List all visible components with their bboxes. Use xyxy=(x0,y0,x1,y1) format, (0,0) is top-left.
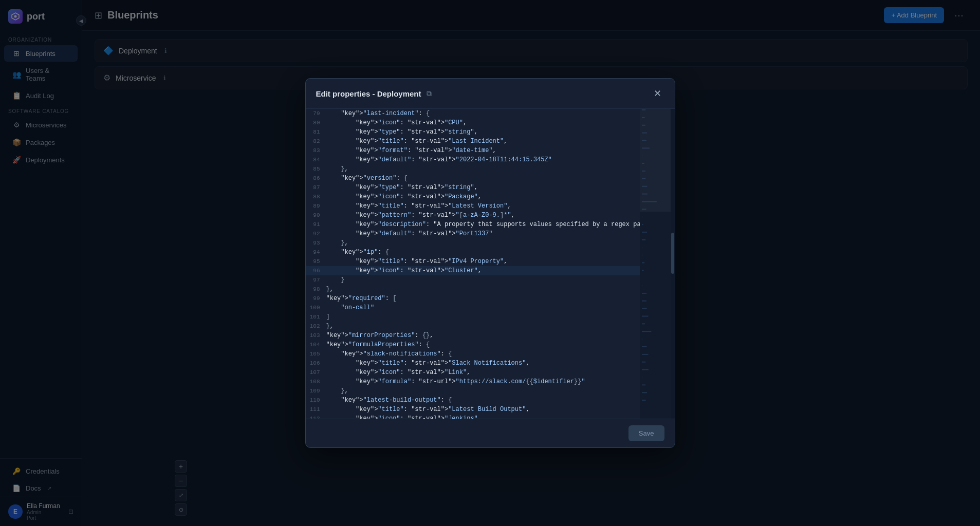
code-line: 82 "key">"title": "str-val">"Last Incide… xyxy=(306,137,640,146)
modal-overlay: Edit properties - Deployment ⧉ ✕ 79 "key… xyxy=(0,0,980,526)
code-line: 103"key">"mirrorProperties": {}, xyxy=(306,331,640,340)
line-number: 104 xyxy=(306,340,326,349)
code-line: 97 } xyxy=(306,275,640,285)
line-number: 95 xyxy=(306,257,326,266)
line-number: 111 xyxy=(306,405,326,414)
code-line: 94 "key">"ip": { xyxy=(306,248,640,257)
line-number: 83 xyxy=(306,146,326,155)
code-line: 105 "key">"slack-notifications": { xyxy=(306,349,640,359)
scroll-track[interactable] xyxy=(671,109,675,419)
line-content: "key">"formulaProperties": { xyxy=(326,340,640,349)
edit-properties-modal: Edit properties - Deployment ⧉ ✕ 79 "key… xyxy=(305,78,675,448)
line-number: 102 xyxy=(306,322,326,331)
line-content: "key">"slack-notifications": { xyxy=(326,349,640,359)
code-line: 87 "key">"type": "str-val">"string", xyxy=(306,183,640,192)
code-line: 104"key">"formulaProperties": { xyxy=(306,340,640,349)
line-content: "key">"type": "str-val">"string", xyxy=(326,127,640,137)
line-content: }, xyxy=(326,238,640,248)
line-content: } xyxy=(326,275,640,285)
code-line: 110 "key">"latest-build-output": { xyxy=(306,396,640,405)
code-line: 80 "key">"icon": "str-val">"CPU", xyxy=(306,118,640,127)
line-content: "key">"default": "str-val">"Port1337" xyxy=(326,229,640,238)
line-content: "key">"ip": { xyxy=(326,248,640,257)
line-content: }, xyxy=(326,322,640,331)
editor-body: 79 "key">"last-incident": {80 "key">"ico… xyxy=(306,109,675,419)
code-editor[interactable]: 79 "key">"last-incident": {80 "key">"ico… xyxy=(306,109,640,419)
line-number: 100 xyxy=(306,303,326,312)
code-line: 109 }, xyxy=(306,386,640,396)
line-content: "key">"icon": "str-val">"Jenkins", xyxy=(326,414,640,419)
modal-footer: Save xyxy=(306,419,675,447)
line-number: 92 xyxy=(306,229,326,238)
line-number: 101 xyxy=(306,312,326,322)
line-number: 98 xyxy=(306,285,326,294)
modal-header: Edit properties - Deployment ⧉ ✕ xyxy=(306,79,675,109)
copy-icon[interactable]: ⧉ xyxy=(427,89,432,98)
line-number: 96 xyxy=(306,266,326,275)
line-content: "key">"icon": "str-val">"Link", xyxy=(326,368,640,377)
line-number: 110 xyxy=(306,396,326,405)
line-content: "key">"icon": "str-val">"CPU", xyxy=(326,118,640,127)
modal-close-button[interactable]: ✕ xyxy=(651,87,664,100)
line-content: "key">"title": "str-val">"Slack Notifica… xyxy=(326,359,640,368)
code-line: 106 "key">"title": "str-val">"Slack Noti… xyxy=(306,359,640,368)
line-content: "key">"format": "str-val">"date-time", xyxy=(326,146,640,155)
code-line: 81 "key">"type": "str-val">"string", xyxy=(306,127,640,137)
line-content: "key">"icon": "str-val">"Cluster", xyxy=(326,266,640,275)
code-line: 107 "key">"icon": "str-val">"Link", xyxy=(306,368,640,377)
line-number: 90 xyxy=(306,211,326,220)
line-number: 88 xyxy=(306,192,326,201)
line-content: }, xyxy=(326,386,640,396)
line-content: "key">"required": [ xyxy=(326,294,640,303)
line-number: 94 xyxy=(306,248,326,257)
line-number: 86 xyxy=(306,174,326,183)
line-number: 81 xyxy=(306,127,326,137)
code-line: 84 "key">"default": "str-val">"2022-04-1… xyxy=(306,155,640,164)
line-content: "key">"version": { xyxy=(326,174,640,183)
line-content: "on-call" xyxy=(326,303,640,312)
modal-title-row: Edit properties - Deployment ⧉ xyxy=(316,89,432,98)
code-line: 83 "key">"format": "str-val">"date-time"… xyxy=(306,146,640,155)
line-content: }, xyxy=(326,164,640,174)
line-content: "key">"default": "str-val">"2022-04-18T1… xyxy=(326,155,640,164)
code-line: 102}, xyxy=(306,322,640,331)
code-line: 89 "key">"title": "str-val">"Latest Vers… xyxy=(306,201,640,211)
code-line: 100 "on-call" xyxy=(306,303,640,312)
line-number: 89 xyxy=(306,201,326,211)
code-line: 85 }, xyxy=(306,164,640,174)
line-number: 85 xyxy=(306,164,326,174)
code-line: 96 "key">"icon": "str-val">"Cluster", xyxy=(306,266,640,275)
line-number: 105 xyxy=(306,349,326,359)
code-line: 93 }, xyxy=(306,238,640,248)
line-content: "key">"last-incident": { xyxy=(326,109,640,118)
save-button[interactable]: Save xyxy=(628,425,664,441)
line-content: "key">"type": "str-val">"string", xyxy=(326,183,640,192)
line-number: 97 xyxy=(306,275,326,285)
line-content: ] xyxy=(326,312,640,322)
line-content: "key">"mirrorProperties": {}, xyxy=(326,331,640,340)
code-line: 86 "key">"version": { xyxy=(306,174,640,183)
code-line: 108 "key">"formula": "str-url">"https://… xyxy=(306,377,640,386)
line-content: "key">"title": "str-val">"Latest Build O… xyxy=(326,405,640,414)
code-line: 111 "key">"title": "str-val">"Latest Bui… xyxy=(306,405,640,414)
line-content: "key">"description": "A property that su… xyxy=(326,220,640,229)
line-content: "key">"title": "str-val">"IPv4 Property"… xyxy=(326,257,640,266)
line-number: 82 xyxy=(306,137,326,146)
line-number: 106 xyxy=(306,359,326,368)
code-line: 90 "key">"pattern": "str-val">"[a-zA-Z0-… xyxy=(306,211,640,220)
line-number: 109 xyxy=(306,386,326,396)
code-line: 98}, xyxy=(306,285,640,294)
code-line: 95 "key">"title": "str-val">"IPv4 Proper… xyxy=(306,257,640,266)
code-line: 92 "key">"default": "str-val">"Port1337" xyxy=(306,229,640,238)
line-number: 91 xyxy=(306,220,326,229)
line-content: "key">"title": "str-val">"Last Incident"… xyxy=(326,137,640,146)
code-line: 101] xyxy=(306,312,640,322)
line-number: 84 xyxy=(306,155,326,164)
line-content: "key">"title": "str-val">"Latest Version… xyxy=(326,201,640,211)
line-number: 87 xyxy=(306,183,326,192)
line-content: }, xyxy=(326,285,640,294)
line-number: 112 xyxy=(306,414,326,419)
scroll-thumb[interactable] xyxy=(671,233,674,274)
line-number: 93 xyxy=(306,238,326,248)
line-content: "key">"icon": "str-val">"Package", xyxy=(326,192,640,201)
